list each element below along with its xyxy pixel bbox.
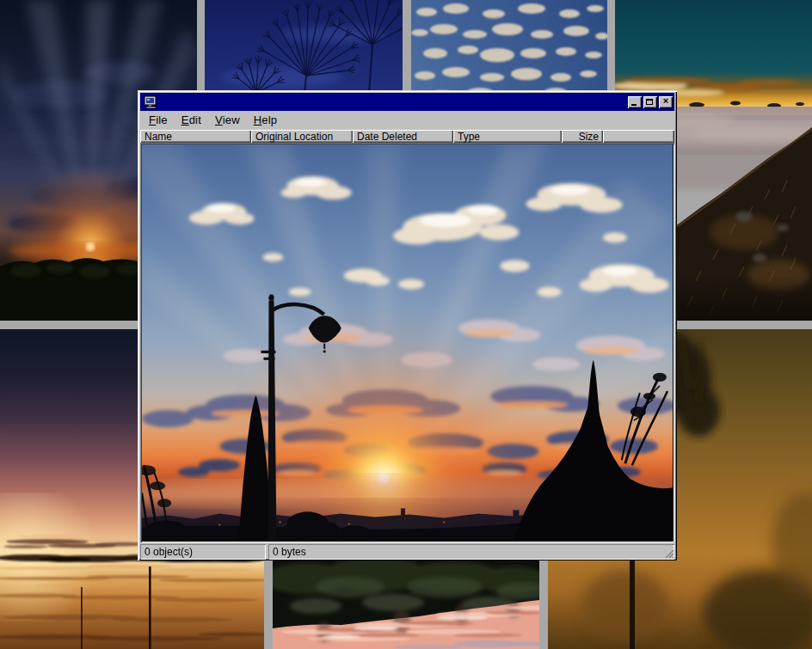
minimize-button[interactable] [628, 96, 642, 108]
menu-file[interactable]: File [142, 113, 175, 128]
recycle-bin-window: × File Edit View Help Name Original Loca… [138, 90, 677, 560]
file-list-viewport[interactable] [140, 143, 674, 542]
menu-help[interactable]: Help [247, 113, 285, 128]
close-icon: × [663, 96, 668, 106]
titlebar[interactable]: × [140, 93, 674, 111]
minimize-icon [631, 104, 637, 106]
desktop: { "desktop": { "gap_color": "#a8a8a8", "… [0, 0, 812, 649]
column-header-date-deleted[interactable]: Date Deleted [353, 130, 453, 143]
status-bar: 0 object(s) 0 bytes [140, 544, 674, 560]
resize-grip[interactable] [663, 548, 674, 559]
status-byte-count: 0 bytes [268, 544, 674, 560]
menu-bar: File Edit View Help [140, 111, 674, 129]
menu-edit[interactable]: Edit [175, 113, 208, 128]
column-header-original-location[interactable]: Original Location [251, 130, 353, 143]
column-header-row: Name Original Location Date Deleted Type… [140, 130, 674, 143]
column-header-size[interactable]: Size [562, 130, 603, 143]
maximize-icon [646, 99, 653, 105]
status-object-count: 0 object(s) [140, 544, 266, 560]
close-button[interactable]: × [659, 96, 673, 108]
menu-view[interactable]: View [208, 113, 247, 128]
column-header-type[interactable]: Type [453, 130, 562, 143]
column-header-name[interactable]: Name [140, 130, 251, 143]
column-header-filler[interactable] [603, 130, 674, 143]
computer-icon [144, 95, 157, 109]
maximize-button[interactable] [643, 96, 657, 108]
street-lamp-sunset-photo [142, 144, 673, 541]
